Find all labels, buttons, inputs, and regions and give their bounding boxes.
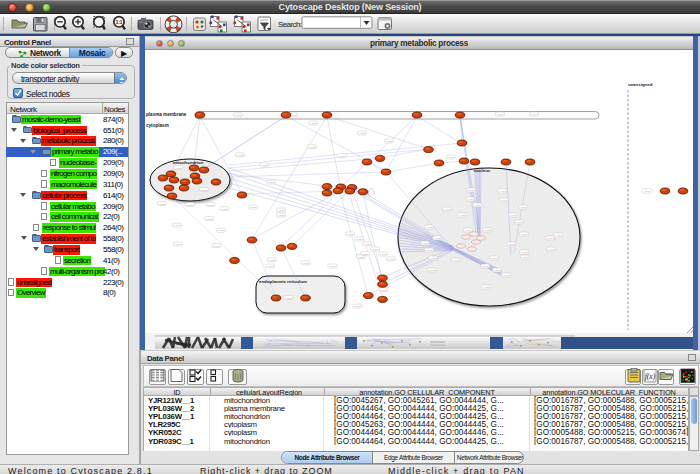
svg-text:Yxx00: Yxx00	[522, 256, 530, 259]
svg-text:Yxx00: Yxx00	[358, 256, 366, 259]
svg-text:Yxx00: Yxx00	[547, 237, 555, 240]
svg-text:Yxx00: Yxx00	[159, 203, 167, 206]
svg-text:Yxx00: Yxx00	[521, 233, 529, 236]
svg-text:Yxx00: Yxx00	[422, 242, 430, 245]
svg-text:Yxx00: Yxx00	[482, 265, 490, 268]
svg-text:plasma membrane: plasma membrane	[146, 112, 187, 117]
svg-text:Yxx00: Yxx00	[221, 208, 229, 211]
svg-text:Yxx00: Yxx00	[207, 204, 215, 207]
svg-text:Yxx00: Yxx00	[426, 226, 434, 229]
svg-text:Yxx00: Yxx00	[467, 198, 475, 201]
svg-text:Yxx00: Yxx00	[430, 257, 438, 260]
svg-text:Yxx00: Yxx00	[483, 286, 491, 289]
svg-text:Yxx00: Yxx00	[531, 113, 539, 116]
svg-text:Yxx00: Yxx00	[356, 238, 364, 241]
svg-text:Yxx00: Yxx00	[491, 257, 499, 260]
svg-text:Yxx00: Yxx00	[459, 214, 467, 217]
svg-text:Yxx00: Yxx00	[548, 248, 556, 251]
svg-text:Yxx00: Yxx00	[268, 181, 276, 184]
svg-text:Yxx00: Yxx00	[386, 140, 394, 143]
svg-text:Yxx00: Yxx00	[444, 208, 452, 211]
svg-text:Yxx00: Yxx00	[494, 269, 502, 272]
svg-text:Yxx00: Yxx00	[249, 206, 257, 209]
svg-text:Yxx00: Yxx00	[359, 132, 367, 135]
svg-text:Yxx00: Yxx00	[497, 113, 505, 116]
svg-text:Yxx00: Yxx00	[201, 189, 209, 192]
svg-text:Yxx00: Yxx00	[474, 204, 482, 207]
svg-text:Yxx00: Yxx00	[339, 155, 347, 158]
svg-text:Yxx00: Yxx00	[364, 243, 372, 246]
svg-text:Yxx00: Yxx00	[310, 122, 318, 125]
svg-text:Yxx00: Yxx00	[309, 146, 317, 149]
svg-text:Yxx00: Yxx00	[501, 199, 509, 202]
svg-text:Yxx00: Yxx00	[508, 243, 516, 246]
svg-text:Yxx00: Yxx00	[499, 190, 507, 193]
svg-text:Yxx00: Yxx00	[520, 206, 528, 209]
svg-text:Yxx00: Yxx00	[174, 224, 182, 227]
svg-text:Yxx00: Yxx00	[426, 249, 434, 252]
svg-text:Yxx00: Yxx00	[429, 269, 437, 272]
svg-text:Yxx00: Yxx00	[555, 234, 563, 237]
svg-text:f(x): f(x)	[645, 372, 656, 381]
svg-text:Yxx00: Yxx00	[175, 243, 183, 246]
svg-text:Yxx00: Yxx00	[267, 265, 275, 268]
svg-text:Yxx00: Yxx00	[453, 259, 461, 262]
svg-text:Yxx00: Yxx00	[237, 154, 245, 157]
svg-text:Yxx00: Yxx00	[268, 259, 276, 262]
svg-text:Yxx00: Yxx00	[329, 265, 337, 268]
svg-text:endoplasmic reticulum: endoplasmic reticulum	[259, 279, 307, 284]
svg-text:Yxx00: Yxx00	[434, 237, 442, 240]
svg-text:Yxx00: Yxx00	[521, 251, 529, 254]
svg-text:Yxx00: Yxx00	[347, 233, 355, 236]
svg-text:Yxx00: Yxx00	[206, 218, 214, 221]
svg-text:Yxx00: Yxx00	[484, 229, 492, 232]
svg-text:Yxx00: Yxx00	[448, 156, 456, 159]
svg-text:Yxx00: Yxx00	[213, 245, 221, 248]
svg-text:Yxx00: Yxx00	[372, 248, 380, 251]
svg-text:Yxx00: Yxx00	[278, 209, 286, 212]
svg-text:Yxx00: Yxx00	[380, 253, 388, 256]
svg-text:Yxx00: Yxx00	[235, 114, 243, 117]
svg-text:cytoplasm: cytoplasm	[146, 123, 169, 128]
svg-text:Yxx00: Yxx00	[380, 289, 388, 292]
svg-text:Yxx00: Yxx00	[187, 204, 195, 207]
svg-text:Yxx00: Yxx00	[468, 189, 476, 192]
svg-text:Yxx00: Yxx00	[644, 190, 652, 193]
svg-text:Yxx00: Yxx00	[218, 229, 226, 232]
svg-text:Yxx00: Yxx00	[388, 258, 396, 261]
svg-text:Yxx00: Yxx00	[302, 262, 310, 265]
svg-text:Yxx00: Yxx00	[465, 229, 473, 232]
svg-text:Yxx00: Yxx00	[510, 214, 518, 217]
svg-text:Yxx00: Yxx00	[175, 167, 183, 170]
svg-text:Yxx00: Yxx00	[278, 214, 286, 217]
svg-text:mitochondrion: mitochondrion	[173, 160, 204, 165]
svg-text:Yxx00: Yxx00	[261, 164, 269, 167]
svg-text:Yxx00: Yxx00	[503, 274, 511, 277]
svg-text:unassigned: unassigned	[628, 82, 653, 87]
svg-text:Yxx00: Yxx00	[354, 305, 362, 308]
svg-text:Yxx00: Yxx00	[285, 297, 293, 300]
svg-text:Yxx00: Yxx00	[362, 253, 370, 256]
svg-text:Yxx00: Yxx00	[516, 221, 524, 224]
svg-text:nucleus: nucleus	[474, 168, 491, 173]
